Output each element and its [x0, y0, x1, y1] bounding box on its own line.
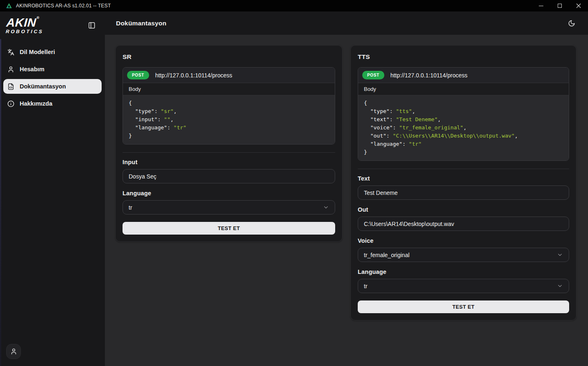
sidebar: AKIN® ROBOTICS Dil Modelleri Hesabım: [0, 11, 105, 366]
code-line: }: [364, 148, 563, 156]
tts-language-select[interactable]: tr: [358, 279, 569, 293]
field-label: Language: [123, 190, 335, 197]
code-line: "type": "tts",: [364, 107, 563, 115]
code-line: }: [129, 132, 329, 140]
code-line: {: [364, 99, 563, 107]
endpoint-url: http://127.0.0.1:10114/process: [155, 72, 232, 79]
sidebar-item-label: Dokümantasyon: [20, 83, 66, 90]
file-input-text: Dosya Seç: [129, 173, 157, 180]
field-label: Language: [358, 269, 569, 275]
code-line: "type": "sr",: [129, 107, 329, 115]
sidebar-item-dil-modelleri[interactable]: Dil Modelleri: [3, 45, 102, 59]
sidebar-item-hesabim[interactable]: Hesabım: [3, 62, 102, 77]
code-line: "text": "Test Deneme",: [364, 115, 563, 124]
code-line: {: [129, 99, 329, 107]
window-title: AKINROBOTICS AR-AS s1.02.01 -- TEST: [16, 3, 111, 9]
sr-file-input[interactable]: Dosya Seç: [123, 169, 335, 183]
select-value: tr: [364, 283, 368, 289]
request-body-code: { "type": "tts", "text": "Test Deneme", …: [358, 95, 569, 160]
maximize-button[interactable]: [550, 0, 569, 11]
sidebar-item-dokumantasyon[interactable]: Dokümantasyon: [3, 79, 102, 94]
minimize-icon: [539, 6, 543, 6]
sr-language-select[interactable]: tr: [123, 200, 335, 215]
code-line: "language": "tr": [129, 124, 329, 132]
tts-text-input[interactable]: [358, 185, 569, 200]
file-code-icon: [7, 83, 14, 90]
close-button[interactable]: [569, 0, 588, 11]
sidebar-item-hakkimizda[interactable]: Hakkımızda: [3, 96, 102, 111]
page-title: Dokümantasyon: [116, 20, 166, 27]
window-controls: [531, 0, 588, 11]
code-line: "language": "tr": [364, 140, 563, 148]
post-method-badge: POST: [127, 71, 149, 79]
code-line: "input": "",: [129, 115, 329, 124]
field-label: Text: [358, 175, 569, 182]
endpoint-row: POST http://127.0.0.1:10114/process: [358, 68, 569, 83]
sidebar-nav: Dil Modelleri Hesabım Dokümantasyon Hakk…: [0, 45, 105, 111]
page-header: Dokümantasyon: [105, 11, 588, 35]
card-title: SR: [123, 53, 335, 61]
panel-left-icon: [88, 22, 95, 29]
chevron-down-icon: [557, 252, 563, 258]
post-method-badge: POST: [362, 71, 384, 79]
code-line: "out": "C:\\Users\\AR14\\Desktop\\output…: [364, 132, 563, 140]
tts-test-button[interactable]: TEST ET: [358, 300, 569, 313]
app-window: AKINROBOTICS AR-AS s1.02.01 -- TEST AKIN…: [0, 0, 588, 366]
divider: [358, 169, 569, 169]
registered-mark: ®: [36, 16, 40, 20]
tts-out-input[interactable]: [358, 217, 569, 231]
sidebar-item-label: Dil Modelleri: [20, 49, 55, 55]
user-icon: [10, 348, 17, 355]
user-icon: [7, 66, 14, 73]
code-line: "voice": "tr_female_original",: [364, 124, 563, 132]
tts-card: TTS POST http://127.0.0.1:10114/process …: [350, 45, 577, 321]
languages-icon: [7, 49, 14, 56]
brand-word-robotics: ROBOTICS: [6, 29, 44, 34]
field-label: Voice: [358, 237, 569, 244]
sr-card: SR POST http://127.0.0.1:10114/process B…: [115, 45, 343, 242]
tts-voice-select[interactable]: tr_female_original: [358, 248, 569, 262]
card-title: TTS: [358, 53, 569, 61]
sidebar-item-label: Hakkımızda: [20, 100, 52, 107]
sidebar-item-label: Hesabım: [20, 66, 44, 72]
sidebar-toggle-button[interactable]: [87, 20, 97, 30]
brand-word-akin: AKIN: [6, 16, 36, 29]
request-body-code: { "type": "sr", "input": "", "language":…: [123, 95, 335, 144]
main-content: SR POST http://127.0.0.1:10114/process B…: [105, 35, 588, 366]
divider: [123, 152, 335, 153]
titlebar: AKINROBOTICS AR-AS s1.02.01 -- TEST: [0, 0, 588, 11]
endpoint-row: POST http://127.0.0.1:10114/process: [123, 68, 335, 83]
select-value: tr_female_original: [364, 252, 409, 258]
chevron-down-icon: [323, 204, 329, 210]
app-logo-icon: [6, 2, 12, 9]
moon-icon: [568, 20, 575, 27]
endpoint-url: http://127.0.0.1:10114/process: [390, 72, 468, 79]
request-box: POST http://127.0.0.1:10114/process Body…: [123, 67, 335, 145]
info-icon: [7, 100, 14, 107]
maximize-icon: [558, 4, 562, 8]
minimize-button[interactable]: [531, 0, 550, 11]
body-section-label: Body: [123, 83, 335, 95]
brand-logo: AKIN® ROBOTICS: [6, 17, 45, 34]
field-label: Input: [123, 159, 335, 165]
user-button[interactable]: [6, 344, 21, 359]
sr-test-button[interactable]: TEST ET: [123, 222, 335, 235]
body-section-label: Body: [358, 83, 569, 95]
theme-toggle-button[interactable]: [566, 18, 577, 29]
field-label: Out: [358, 206, 569, 213]
chevron-down-icon: [557, 283, 563, 289]
request-box: POST http://127.0.0.1:10114/process Body…: [358, 67, 569, 161]
close-icon: [576, 3, 581, 8]
sidebar-scrollbar[interactable]: [0, 39, 1, 366]
select-value: tr: [129, 204, 132, 211]
